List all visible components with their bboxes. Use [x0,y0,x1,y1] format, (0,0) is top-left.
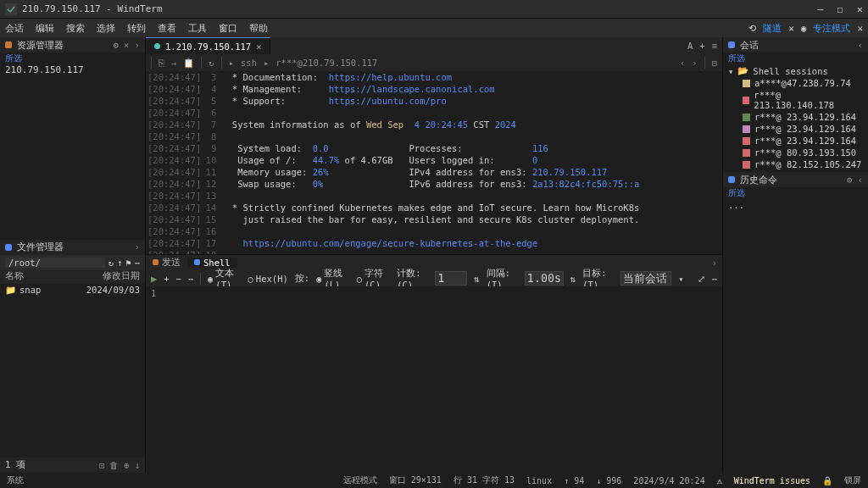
paste-icon[interactable]: 📋 [183,58,194,69]
up-icon[interactable]: ↑ [117,258,122,268]
resource-manager-header: 资源管理器 ⚙ × › [0,37,145,53]
shell-sessions-label: Shell sessions [753,66,828,76]
close-button[interactable]: ✕ [857,3,863,15]
send-area[interactable]: 1 [146,286,722,473]
file-columns: 名称 修改日期 [0,270,145,284]
interval-input[interactable] [525,271,564,286]
focus-link[interactable]: 专注模式 [813,22,850,35]
dropdown-icon[interactable]: ▾ [678,274,683,284]
more-icon[interactable]: ⋯ [135,258,140,268]
session-item[interactable]: 210.79.150.117 [0,64,145,78]
remote-mode[interactable]: 远程模式 [343,474,377,486]
menu-view[interactable]: 查看 [158,22,176,35]
menu-icon[interactable]: ⋯ [712,274,717,284]
play-button[interactable]: ▶ [151,273,157,285]
maximize-button[interactable]: ☐ [837,3,843,15]
collapse-panel-icon[interactable]: › [707,258,722,268]
col-name[interactable]: 名称 [5,270,103,284]
menu-bar: 会话 编辑 搜索 选择 转到 查看 工具 窗口 帮助 ⟲ 隧道 ✕ ◉ 专注模式… [0,19,868,37]
sessions-header: 会话 ‹ [723,37,868,53]
collapse-icon[interactable]: › [134,241,140,252]
cursor-pos: 行 31 字符 13 [453,474,515,486]
menu-edit[interactable]: 编辑 [36,22,54,35]
shell-item[interactable]: r***@ 82.152.105.247 [723,158,868,170]
send-tab-send[interactable]: 发送 [146,257,187,269]
issues-link[interactable]: WindTerm issues [734,476,810,485]
menu-select[interactable]: 选择 [97,22,115,35]
tab-session-1[interactable]: 1.210.79.150.117 × [146,37,270,54]
menu-search[interactable]: 搜索 [66,22,85,35]
file-row[interactable]: 📁snap 2024/09/03 [0,284,145,297]
bc-ssh[interactable]: ssh [241,58,257,68]
menu-goto[interactable]: 转到 [127,22,146,35]
refresh-icon[interactable]: ↻ [108,258,114,268]
icon-1[interactable]: ⊡ [99,460,104,470]
refresh-icon[interactable]: ↻ [209,58,214,68]
menu-help[interactable]: 帮助 [249,22,268,35]
focus-icon[interactable]: ◉ [801,23,807,34]
path-input[interactable]: /root/ [5,258,105,268]
warn-icon[interactable]: ⚠ [717,476,722,485]
arrow-icon[interactable]: → [171,58,176,68]
lock-icon[interactable]: 🔒 [822,476,832,485]
terminal-toolbar: ⎘ → 📋 ↻ ▸ ssh ▸ r***@210.79.150.117 ‹ › … [146,54,722,71]
expand-icon[interactable]: ⤢ [698,274,705,284]
more-button[interactable]: ⋯ [188,274,193,284]
shell-item[interactable]: r***@ 23.94.129.164 [723,123,868,135]
stepper-icon[interactable]: ⇅ [474,274,479,284]
history-item[interactable]: ... [723,199,868,211]
menu-session[interactable]: 会话 [5,22,24,35]
plus-button[interactable]: + [164,274,169,284]
sessions-title: 会话 [740,39,852,52]
shell-item[interactable]: r***@ 23.94.129.164 [723,111,868,123]
tunnel-link[interactable]: 隧道 [763,22,782,35]
menu-window[interactable]: 窗口 [219,22,237,35]
minus-button[interactable]: − [176,274,181,284]
radio-hex[interactable]: ○Hex(H) [248,274,288,284]
history-sub: 所选 [723,187,868,199]
send-tab-shell[interactable]: Shell [187,258,237,268]
right-icon[interactable]: › [692,58,697,68]
close-panel-icon[interactable]: × [124,40,130,51]
settings-icon[interactable]: ⚙ [113,40,119,51]
col-date[interactable]: 修改日期 [103,270,140,284]
terminal-output[interactable]: [20:24:47]3 * Documentation: https://hel… [146,71,722,254]
minimize-button[interactable]: — [817,3,823,15]
shell-item[interactable]: r***@ 213.130.140.178 [723,89,868,111]
window-controls: — ☐ ✕ [817,3,863,15]
tab-menu-icon[interactable]: ≡ [712,41,717,51]
bc-user[interactable]: r***@210.79.150.117 [275,58,377,68]
close-x-icon[interactable]: ✕ [788,23,794,34]
settings-icon[interactable]: ⚙ [847,175,853,186]
copy-icon[interactable]: ⎘ [159,58,164,68]
close-x-icon-2[interactable]: ✕ [857,23,863,34]
scroll-icon[interactable]: ⊟ [712,58,717,68]
close-tab-icon[interactable]: × [256,42,261,52]
icon-3[interactable]: ⊕ [124,460,129,470]
tunnel-icon[interactable]: ⟲ [748,23,756,34]
bc-arrow: ▸ [229,58,234,68]
menu-tools[interactable]: 工具 [188,22,207,35]
count-input[interactable] [435,271,467,286]
shell-item[interactable]: r***@ 80.93.193.150 [723,147,868,158]
tab-a[interactable]: A [687,41,693,51]
lock-label[interactable]: 锁屏 [844,474,861,486]
history-title: 历史命令 [740,174,842,186]
shell-item[interactable]: a****@47.238.79.74 [723,77,868,89]
icon-4[interactable]: ↓ [135,460,140,470]
target-select[interactable] [620,271,671,286]
icon-2[interactable]: 🗑 [109,460,119,470]
tab-plus[interactable]: + [699,41,704,51]
shell-item[interactable]: r***@ 23.94.129.164 [723,135,868,147]
collapse-icon[interactable]: ‹ [857,40,863,51]
resource-manager-title: 资源管理器 [17,39,108,52]
shell-sessions-folder[interactable]: ▾ 📂 Shell sessions [723,64,868,77]
collapse-icon[interactable]: › [134,40,140,51]
flag-icon[interactable]: ⚑ [125,258,131,268]
left-icon[interactable]: ‹ [680,58,685,68]
stepper-icon[interactable]: ⇅ [570,274,576,284]
system-label[interactable]: 系统 [7,474,24,486]
dot-icon [5,42,12,48]
sessions-sub: 所选 [723,53,868,64]
collapse-icon[interactable]: ‹ [857,175,863,186]
